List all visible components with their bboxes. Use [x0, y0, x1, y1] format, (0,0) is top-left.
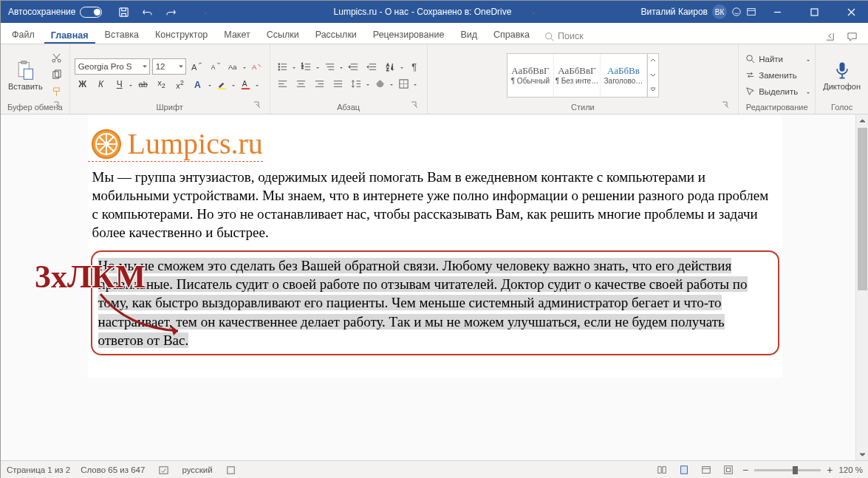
bullets-icon[interactable] [275, 59, 296, 74]
zoom-in-icon[interactable]: + [827, 464, 833, 476]
style-nospacing[interactable]: АаБбВвГ¶ Без инте… [554, 54, 601, 97]
format-painter-icon[interactable] [49, 85, 65, 100]
status-language[interactable]: русский [182, 465, 212, 474]
tab-layout[interactable]: Макет [217, 26, 256, 44]
maximize-button[interactable] [798, 1, 830, 23]
tab-design[interactable]: Конструктор [148, 26, 214, 44]
svg-text:Z: Z [386, 67, 389, 72]
paragraph-2-selected[interactable]: Но мы не сможем это сделать без Вашей об… [98, 258, 748, 347]
vertical-scrollbar[interactable] [855, 115, 868, 461]
gallery-expand-icon[interactable] [647, 54, 658, 97]
grow-font-icon[interactable]: A [188, 59, 205, 74]
select-button[interactable]: Выделить [743, 84, 810, 99]
font-name-combo[interactable]: Georgia Pro S [75, 58, 150, 75]
styles-launcher-icon[interactable] [721, 101, 731, 111]
undo-icon[interactable] [139, 4, 155, 19]
styles-gallery[interactable]: АаБбВвГ¶ Обычный АаБбВвГ¶ Без инте… АаБб… [507, 53, 659, 98]
tab-references[interactable]: Ссылки [260, 26, 306, 44]
tab-review[interactable]: Рецензирование [366, 26, 451, 44]
print-layout-icon[interactable] [676, 463, 692, 477]
scroll-down-icon[interactable] [856, 448, 868, 461]
font-color-icon[interactable]: A [238, 77, 259, 92]
accessibility-icon[interactable] [223, 462, 239, 477]
zoom-out-icon[interactable]: − [742, 464, 748, 476]
numbering-icon[interactable]: 12 [298, 59, 320, 74]
status-page[interactable]: Страница 1 из 2 [7, 465, 70, 474]
shading-icon[interactable] [372, 76, 394, 91]
spellcheck-icon[interactable] [155, 462, 171, 477]
bold-icon[interactable]: Ж [75, 77, 91, 92]
svg-point-8 [52, 59, 55, 62]
comments-button[interactable] [844, 29, 860, 44]
change-case-icon[interactable]: Aa [225, 59, 247, 74]
tab-view[interactable]: Вид [454, 26, 484, 44]
indent-dec-icon[interactable] [346, 59, 362, 74]
svg-point-1 [733, 8, 741, 16]
underline-icon[interactable]: Ч [112, 77, 133, 92]
tab-mailings[interactable]: Рассылки [309, 26, 363, 44]
font-launcher-icon[interactable] [253, 101, 262, 111]
copy-icon[interactable] [49, 68, 65, 83]
status-words[interactable]: Слово 65 из 647 [81, 465, 145, 474]
strike-icon[interactable]: ab [135, 77, 151, 92]
font-size-combo[interactable]: 12 [152, 58, 186, 75]
read-mode-icon[interactable] [654, 463, 670, 477]
paragraph-1[interactable]: Мы — группа энтузиастов, одержимых идеей… [88, 168, 782, 242]
minimize-button[interactable] [761, 1, 793, 23]
zoom-slider[interactable] [754, 469, 821, 471]
redo-icon[interactable] [163, 4, 179, 19]
cut-icon[interactable] [49, 51, 65, 66]
borders-icon[interactable] [396, 76, 417, 91]
tab-file[interactable]: Файл [5, 26, 41, 44]
style-heading[interactable]: АаБбВвЗаголово… [601, 54, 647, 97]
scroll-up-icon[interactable] [856, 115, 868, 127]
qat-customize-icon[interactable] [186, 4, 208, 19]
multilevel-icon[interactable] [322, 59, 344, 74]
subscript-icon[interactable]: x2 [154, 77, 170, 92]
dictate-button[interactable]: Диктофон [820, 58, 864, 92]
user-name[interactable]: Виталий Каиров [640, 7, 708, 17]
svg-point-9 [58, 59, 61, 62]
text-effects-icon[interactable]: A [191, 77, 212, 92]
share-button[interactable] [821, 29, 838, 44]
save-icon[interactable] [115, 4, 131, 19]
line-spacing-icon[interactable] [349, 76, 370, 91]
scroll-thumb[interactable] [858, 128, 867, 290]
web-layout-icon[interactable] [698, 463, 714, 477]
tab-insert[interactable]: Вставка [98, 26, 146, 44]
italic-icon[interactable]: К [93, 77, 109, 92]
page[interactable]: Lumpics.ru Мы — группа энтузиастов, одер… [88, 115, 782, 378]
pilcrow-icon[interactable]: ¶ [406, 59, 423, 74]
align-right-icon[interactable] [312, 76, 328, 91]
save-location[interactable]: - Сохранено в: OneDrive [411, 7, 512, 17]
tell-me-search[interactable]: Поиск [539, 29, 589, 44]
sort-icon[interactable]: AZ [383, 59, 404, 74]
replace-button[interactable]: Заменить [743, 68, 810, 83]
zoom-level[interactable]: 120 % [838, 465, 863, 474]
paste-button[interactable]: Вставить [5, 58, 46, 92]
clipboard-launcher-icon[interactable] [52, 101, 62, 111]
align-center-icon[interactable] [293, 76, 310, 91]
style-normal[interactable]: АаБбВвГ¶ Обычный [508, 54, 554, 97]
title-dropdown-icon[interactable] [514, 4, 536, 19]
focus-icon[interactable] [720, 463, 737, 477]
find-button[interactable]: Найти [743, 52, 810, 66]
paragraph-label: Абзац [337, 103, 360, 112]
paragraph-launcher-icon[interactable] [410, 101, 420, 111]
clear-format-icon[interactable]: A [249, 59, 265, 74]
avatar[interactable]: ВК [712, 4, 727, 19]
ribbon-options-icon[interactable] [746, 7, 756, 17]
justify-icon[interactable] [330, 76, 346, 91]
superscript-icon[interactable]: x2 [172, 77, 188, 92]
face-icon[interactable] [731, 7, 742, 17]
tab-help[interactable]: Справка [487, 26, 536, 44]
close-button[interactable] [835, 1, 867, 23]
tab-home[interactable]: Главная [44, 27, 95, 44]
autosave-toggle[interactable]: Автосохранение [1, 7, 109, 18]
highlight-icon[interactable] [214, 77, 236, 92]
shrink-font-icon[interactable]: A [207, 59, 223, 74]
svg-text:2: 2 [301, 66, 304, 69]
align-left-icon[interactable] [275, 76, 291, 91]
svg-text:A: A [194, 80, 201, 90]
indent-inc-icon[interactable] [364, 59, 380, 74]
